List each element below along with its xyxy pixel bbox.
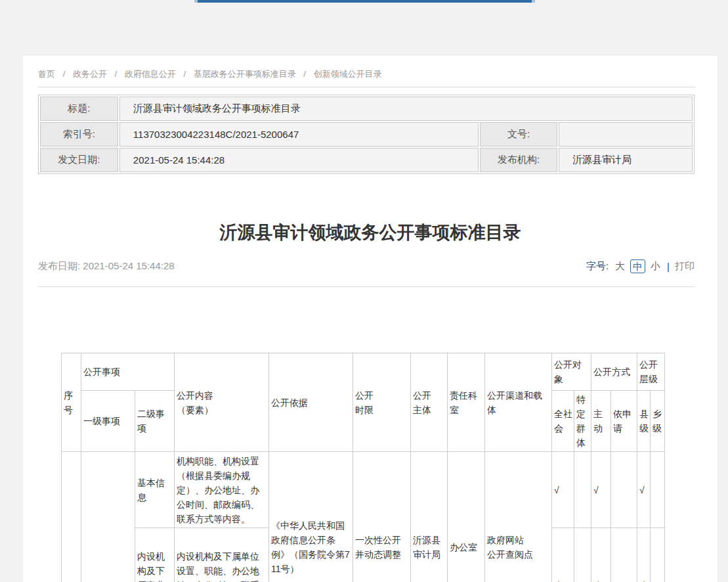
- top-accent-bar: [194, 0, 535, 3]
- publish-date-value: 2021-05-24 15:44:28: [83, 260, 174, 271]
- cell-level2-item: 内设机构及下属事业单位信息: [135, 528, 175, 582]
- cell-serial-number: [62, 452, 81, 582]
- cell-check-county: √: [637, 528, 651, 582]
- col-disclosure-basis: 公开依据: [269, 353, 353, 452]
- cell-level1-item: [81, 452, 135, 582]
- publish-date: 发布日期: 2021-05-24 15:44:28: [38, 260, 175, 273]
- cell-disclosure-content: 机构职能、机构设置（根据县委编办规定）、办公地址、办公时间、邮政编码、联系方式等…: [175, 452, 269, 528]
- article-meta-row: 发布日期: 2021-05-24 15:44:28 字号: 大 中 小 | 打印: [38, 259, 695, 273]
- cell-check-proactive: √: [591, 528, 611, 582]
- breadcrumb-divider: [38, 87, 696, 87]
- cell-check-specific-groups: [574, 528, 591, 582]
- index-number-label: 索引号:: [40, 122, 118, 146]
- breadcrumb-biaozhunmulu[interactable]: 基层政务公开事项标准目录: [194, 69, 296, 79]
- cell-check-upon-request: [611, 452, 637, 528]
- cell-check-township: [651, 528, 665, 582]
- breadcrumb-separator: /: [183, 69, 186, 79]
- cell-check-whole-society: √: [552, 452, 574, 528]
- breadcrumb-current[interactable]: 创新领域公开目录: [314, 69, 382, 79]
- breadcrumb-separator: /: [303, 69, 306, 79]
- col-disclosure-levels: 公开 层级: [637, 353, 665, 391]
- cell-disclosure-basis: 《中华人民共和国政府信息公开条例》（国务院令第711号）: [269, 452, 353, 582]
- info-row-date: 发文日期: 2021-05-24 15:44:28 发布机构: 沂源县审计局: [40, 148, 693, 172]
- cell-check-whole-society: √: [552, 528, 574, 582]
- breadcrumb-home[interactable]: 首页: [38, 69, 55, 79]
- document-info-table: 标题: 沂源县审计领域政务公开事项标准目录 索引号: 1137032300422…: [38, 95, 695, 174]
- col-disclosure-targets: 公开对象: [552, 353, 591, 391]
- col-specific-groups: 特定群体: [574, 391, 591, 452]
- fontsize-small-button[interactable]: 小: [651, 260, 660, 273]
- issue-date-label: 发文日期:: [40, 148, 118, 172]
- issue-date-value: 2021-05-24 15:44:28: [119, 148, 479, 172]
- fontsize-medium-button[interactable]: 中: [630, 259, 645, 273]
- page-title: 沂源县审计领域政务公开事项标准目录: [38, 220, 702, 245]
- col-level1-item: 一级事项: [81, 391, 135, 452]
- cell-check-township: [651, 452, 665, 528]
- breadcrumb-xinxigongkai[interactable]: 政府信息公开: [125, 69, 176, 79]
- col-level2-item: 二级事项: [135, 391, 175, 452]
- breadcrumb-separator: /: [115, 69, 118, 79]
- index-number-value: 11370323004223148C/2021-5200647: [119, 122, 479, 146]
- cell-disclosure-content: 内设机构及下属单位设置、职能、办公地址、办公时间、联系方式、负责人姓名等信息。: [175, 528, 269, 582]
- fontsize-label: 字号:: [586, 260, 609, 273]
- cell-check-proactive: √: [591, 452, 611, 528]
- cell-check-county: √: [637, 452, 651, 528]
- cell-check-specific-groups: [574, 452, 591, 528]
- col-disclosure-methods: 公开方式: [591, 353, 637, 391]
- col-county-level: 县级: [637, 391, 651, 452]
- issuing-agency-value: 沂源县审计局: [559, 148, 693, 172]
- col-upon-request: 依申请: [611, 391, 637, 452]
- fontsize-print-separator: |: [667, 261, 670, 272]
- col-disclosure-timeline: 公开 时限: [353, 353, 411, 452]
- cell-disclosure-timeline: 一次性公开并动态调整: [353, 452, 411, 582]
- cell-level2-item: 基本信息: [135, 452, 175, 528]
- catalog-table: 序号 公开事项 公开内容 （要素） 公开依据 公开 时限 公开 主体 责任科室 …: [61, 353, 665, 582]
- issuing-agency-label: 发布机构:: [480, 148, 557, 172]
- cell-responsible-office: 办公室: [448, 452, 485, 582]
- breadcrumb-separator: /: [63, 69, 66, 79]
- col-disclosure-subject: 公开 主体: [411, 353, 448, 452]
- info-row-title: 标题: 沂源县审计领域政务公开事项标准目录: [40, 97, 693, 121]
- col-responsible-office: 责任科室: [448, 353, 485, 452]
- publish-date-label: 发布日期:: [38, 260, 80, 271]
- title-value: 沂源县审计领域政务公开事项标准目录: [119, 97, 693, 121]
- fontsize-large-button[interactable]: 大: [615, 260, 625, 273]
- col-channels-carriers: 公开渠道和载体: [485, 353, 552, 452]
- doc-number-value: [559, 122, 693, 146]
- content-card: 首页 / 政务公开 / 政府信息公开 / 基层政务公开事项标准目录 / 创新领域…: [23, 56, 717, 582]
- print-button[interactable]: 打印: [675, 260, 695, 273]
- col-proactive: 主动: [591, 391, 611, 452]
- cell-channels-carriers: 政府网站 公开查阅点: [485, 452, 552, 582]
- col-disclosure-items: 公开事项: [81, 353, 175, 391]
- article-divider: [38, 286, 695, 287]
- fontsize-control: 字号: 大 中 小 | 打印: [586, 259, 695, 273]
- breadcrumb-zhengwugongkai[interactable]: 政务公开: [73, 69, 107, 79]
- col-whole-society: 全社会: [552, 391, 574, 452]
- doc-number-label: 文号:: [480, 122, 557, 146]
- title-label: 标题:: [40, 97, 118, 121]
- cell-disclosure-subject: 沂源县审计局: [411, 452, 448, 582]
- catalog-header-row-1: 序号 公开事项 公开内容 （要素） 公开依据 公开 时限 公开 主体 责任科室 …: [62, 353, 665, 391]
- cell-check-upon-request: [611, 528, 637, 582]
- col-disclosure-content: 公开内容 （要素）: [175, 353, 269, 452]
- table-row: 基本信息 机构职能、机构设置（根据县委编办规定）、办公地址、办公时间、邮政编码、…: [62, 452, 665, 528]
- col-township-level: 乡级: [651, 391, 665, 452]
- info-row-index: 索引号: 11370323004223148C/2021-5200647 文号:: [40, 122, 693, 146]
- breadcrumb: 首页 / 政务公开 / 政府信息公开 / 基层政务公开事项标准目录 / 创新领域…: [38, 68, 702, 81]
- col-serial-number: 序号: [62, 353, 81, 452]
